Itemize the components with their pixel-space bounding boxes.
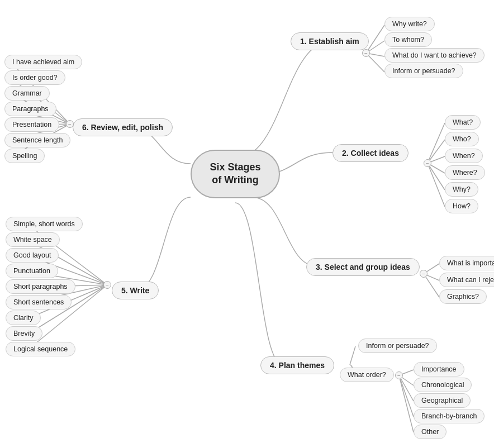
leaf-node: Simple, short words <box>6 217 83 231</box>
leaf-node: How? <box>445 199 478 213</box>
leaf-node: When? <box>445 149 483 163</box>
connector-dot-4: − <box>395 371 403 379</box>
leaf-node: Who? <box>445 132 479 146</box>
leaf-node: Logical sequence <box>6 342 75 356</box>
leaf-node: Inform or persuade? <box>384 64 463 78</box>
connector-dot-3: − <box>420 270 428 278</box>
leaf-node: Branch-by-branch <box>414 409 484 423</box>
leaf-node: Brevity <box>6 326 42 341</box>
stage-3: 3. Select and group ideas <box>306 258 420 276</box>
leaf-node: Clarity <box>6 311 41 325</box>
leaf-node: Spelling <box>4 149 45 163</box>
leaf-node: What? <box>445 115 481 130</box>
leaf-node: Paragraphs <box>4 102 56 116</box>
leaf-node: Geographical <box>414 393 471 408</box>
stage-4: 4. Plan themes <box>260 356 334 374</box>
stage-2: 2. Collect ideas <box>332 144 408 162</box>
leaf-node: Is order good? <box>4 70 65 85</box>
leaf-node: What do I want to achieve? <box>384 48 484 63</box>
leaf-node: What can I reject? <box>439 273 494 287</box>
leaf-node: Where? <box>445 165 485 180</box>
leaf-node: What is important? <box>439 256 494 270</box>
leaf-node: Short sentences <box>6 295 72 309</box>
leaf-node: Why write? <box>384 17 435 31</box>
connector-dot-6: − <box>66 120 74 128</box>
connector-dot-5: − <box>103 281 111 289</box>
leaf-node: Why? <box>445 182 478 197</box>
leaf-node: Punctuation <box>6 264 58 278</box>
leaf-node: Sentence length <box>4 133 70 147</box>
leaf-node: Short paragraphs <box>6 279 75 294</box>
leaf-node: Graphics? <box>439 289 487 304</box>
leaf-node: Chronological <box>414 378 472 392</box>
mindmap-canvas: Six Stages of Writing1. Establish aim−Wh… <box>0 0 494 448</box>
leaf-node: I have achieved aim <box>4 55 82 69</box>
leaf-node: Other <box>414 425 446 439</box>
leaf-node: Importance <box>414 362 464 376</box>
center-node: Six Stages of Writing <box>191 150 280 198</box>
stage-6: 6. Review, edit, polish <box>73 118 173 136</box>
stage-1: 1. Establish aim <box>291 32 369 50</box>
stage-5: 5. Write <box>112 282 159 299</box>
leaf-node-order: What order? <box>340 368 394 382</box>
connector-dot-1: − <box>362 49 370 57</box>
leaf-node: Presentation <box>4 117 59 132</box>
leaf-node: Good layout <box>6 248 59 263</box>
leaf-node: Grammar <box>4 86 50 101</box>
leaf-node: White space <box>6 232 60 247</box>
leaf-node: To whom? <box>384 32 432 47</box>
connector-dot-2: − <box>424 159 431 167</box>
leaf-node: Inform or persuade? <box>358 339 437 353</box>
